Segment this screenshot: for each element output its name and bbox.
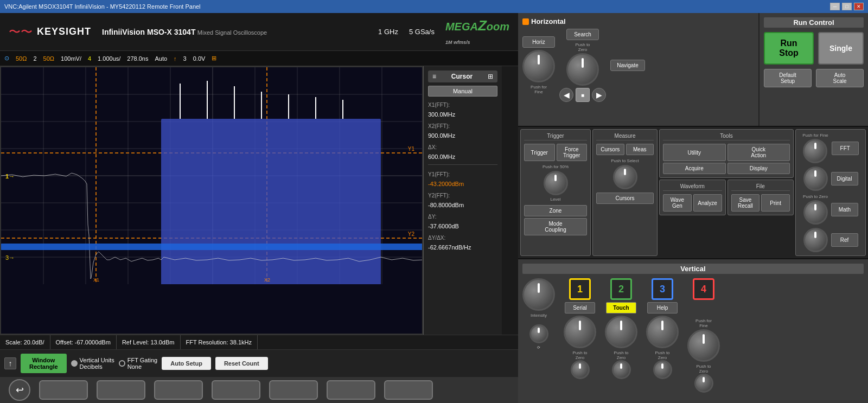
tools-buttons: Utility Quick Action Acquire Display (663, 144, 790, 174)
measure-title: Measure (596, 133, 654, 140)
minimize-button[interactable]: ─ (830, 3, 840, 10)
serial-button[interactable]: Serial (565, 302, 595, 314)
reset-count-button[interactable]: Reset Count (215, 357, 268, 370)
auto-setup-button[interactable]: Auto Setup (162, 357, 211, 370)
ch2-scale-knob[interactable] (605, 316, 637, 348)
default-setup-button[interactable]: Default Setup (764, 69, 812, 87)
status-level: 0.0V (193, 55, 206, 62)
print-button[interactable]: Print (761, 194, 790, 212)
ref-knob[interactable] (803, 228, 828, 252)
ch1-pos-knob[interactable] (571, 360, 590, 379)
cursors-button2[interactable]: Cursors (596, 193, 654, 204)
ch4-button[interactable]: 4 (693, 278, 714, 300)
ch1-button[interactable]: 1 (569, 278, 591, 300)
horiz-timebase-group: Push to Zero (566, 42, 599, 86)
fft-knob[interactable] (803, 139, 827, 163)
cursors-button1[interactable]: Cursors (596, 144, 624, 155)
push-to-zero-label2: Push to Zero (803, 194, 828, 199)
vertical-units-radio[interactable]: Vertical Units Decibels (71, 357, 114, 370)
digital-button[interactable]: Digital (831, 172, 858, 185)
horizontal-position-knob[interactable] (522, 50, 555, 82)
math-knob[interactable] (803, 200, 828, 225)
status-pos2: 4 (88, 55, 91, 62)
digital-knob-group (803, 167, 828, 191)
trigger-button[interactable]: Trigger (524, 144, 555, 161)
vertical-units-radio-dot[interactable] (71, 360, 78, 367)
trigger-level-knob[interactable] (544, 171, 568, 195)
horizontal-timebase-knob[interactable] (566, 53, 599, 86)
auto-scale-button[interactable]: Auto Scale (816, 69, 864, 87)
navigate-button[interactable]: Navigate (610, 60, 645, 71)
func-btn-5[interactable] (269, 380, 318, 400)
func-btn-1[interactable] (39, 380, 88, 400)
push-to-zero-label: Push to Zero (575, 42, 590, 52)
display-area: Y1 Y2 (0, 66, 518, 335)
force-trigger-button[interactable]: Force Trigger (557, 144, 588, 161)
intensity-knob[interactable] (522, 278, 555, 311)
ch3-scale-knob[interactable] (646, 316, 679, 348)
ch4-group: 4 Push forFine Push toZero (687, 278, 720, 393)
cursor-icon: ≡ (432, 73, 436, 80)
status-ch2: 50Ω (43, 55, 54, 62)
acquire-button[interactable]: Acquire (663, 163, 726, 174)
nav-next-button[interactable]: ▶ (592, 88, 606, 102)
run-stop-button[interactable]: Run Stop (764, 32, 814, 65)
ch2-button[interactable]: 2 (610, 278, 632, 300)
horiz-indicator (522, 18, 529, 25)
close-button[interactable]: ✕ (854, 3, 864, 10)
help-button[interactable]: Help (647, 302, 678, 314)
func-btn-3[interactable] (154, 380, 203, 400)
title-bar: VNC:Agilent MSOX3104T InfiniiVision - MY… (0, 0, 868, 13)
cursor-manual-btn[interactable]: Manual (428, 86, 497, 97)
digital-knob[interactable] (803, 167, 828, 191)
save-recall-button[interactable]: Save Recall (731, 194, 760, 212)
nav-stop-button[interactable]: ■ (576, 88, 590, 102)
ch2-group: 2 Touch Push toZero (605, 278, 637, 379)
tools-waveform-col: Tools Utility Quick Action Acquire Displ… (659, 129, 794, 256)
digital-row: Digital (803, 167, 858, 191)
analyze-button[interactable]: Analyze (693, 194, 722, 212)
touch-button[interactable]: Touch (606, 302, 636, 314)
zone-button[interactable]: Zone (524, 205, 587, 216)
window-button[interactable]: Window Rectangle (21, 354, 67, 373)
func-btn-4[interactable] (212, 380, 260, 400)
single-button[interactable]: Single (818, 32, 864, 65)
ch3-button[interactable]: 3 (652, 278, 673, 300)
func-btn-7[interactable] (384, 380, 433, 400)
ch2-pos-knob[interactable] (612, 360, 631, 379)
scroll-left-button[interactable]: ↑ (4, 357, 16, 369)
ch4-pos-knob[interactable] (694, 374, 713, 393)
fft-button[interactable]: FFT (832, 142, 859, 155)
measure-select-knob[interactable] (613, 165, 637, 189)
ch3-pos-knob[interactable] (653, 360, 672, 379)
status-pos3: 3 (183, 55, 187, 62)
search-button[interactable]: Search (566, 29, 599, 40)
oscilloscope-panel: 〜〜 KEYSIGHT InfiniiVision MSO-X 3104T Mi… (0, 13, 518, 403)
nav-prev-button[interactable]: ◀ (559, 88, 573, 102)
mode-coupling-button[interactable]: Mode Coupling (524, 218, 587, 235)
utility-button[interactable]: Utility (663, 144, 726, 161)
meas-button[interactable]: Meas (626, 144, 654, 155)
func-btn-6[interactable] (327, 380, 375, 400)
ch1-scale-knob[interactable] (564, 316, 596, 348)
cursor-dy-label: ΔY: (428, 214, 497, 220)
math-button[interactable]: Math (831, 203, 858, 216)
cursor-y2-value: -80.8000dBm (428, 202, 497, 208)
back-button[interactable]: ↩ (9, 379, 30, 401)
horiz-navigate-col: Navigate (610, 60, 645, 71)
ref-button[interactable]: Ref (831, 233, 858, 247)
horiz-button[interactable]: Horiz (522, 36, 555, 48)
maximize-button[interactable]: □ (842, 3, 852, 10)
ch4-scale-knob[interactable] (687, 329, 720, 362)
fft-gating-radio-dot[interactable] (119, 360, 125, 367)
quick-action-button[interactable]: Quick Action (727, 144, 790, 161)
func-btn-2[interactable] (97, 380, 145, 400)
wave-gen-button[interactable]: Wave Gen (663, 194, 692, 212)
measure-buttons: Cursors Meas (596, 144, 654, 155)
fft-gating-radio[interactable]: FFT Gating None (119, 357, 157, 370)
display-button[interactable]: Display (727, 163, 790, 174)
ch2-pos-group: Push toZero (612, 350, 631, 379)
cursor-dydx-value: -62.6667ndB/Hz (428, 244, 497, 251)
intensity-fine-knob[interactable] (529, 324, 548, 343)
osc-screen[interactable]: Y1 Y2 (0, 66, 423, 335)
